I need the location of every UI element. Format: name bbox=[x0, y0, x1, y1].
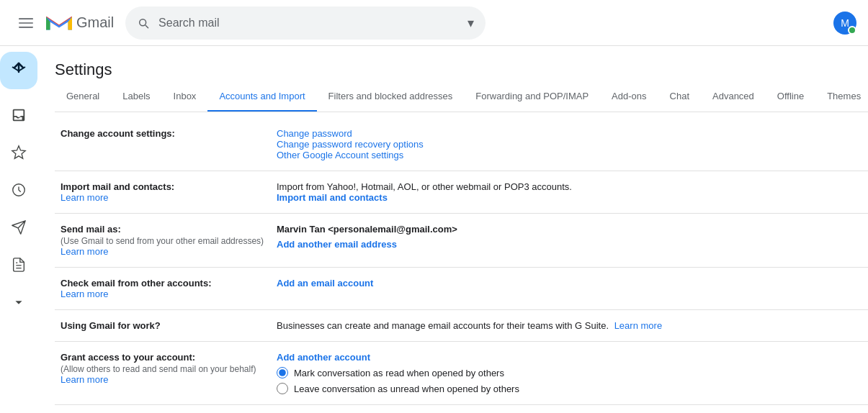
section-label-gmail-work: Using Gmail for work? bbox=[61, 320, 265, 331]
sidebar-icon-drafts[interactable] bbox=[1, 248, 36, 282]
grant-access-learn-more[interactable]: Learn more bbox=[61, 374, 108, 385]
topbar: Gmail ▾ M bbox=[0, 0, 868, 46]
radio-mark-read-label: Mark conversation as read when opened by… bbox=[294, 368, 504, 378]
svg-rect-0 bbox=[19, 18, 33, 19]
gmail-work-learn-more[interactable]: Learn more bbox=[614, 320, 662, 331]
layout: Settings General Labels Inbox Accounts a… bbox=[0, 46, 868, 413]
tab-chat[interactable]: Chat bbox=[658, 82, 701, 112]
tab-inbox[interactable]: Inbox bbox=[162, 82, 208, 112]
import-desc: Import from Yahoo!, Hotmail, AOL, or oth… bbox=[277, 181, 572, 192]
tab-advanced[interactable]: Advanced bbox=[701, 82, 766, 112]
tabs-bar: General Labels Inbox Accounts and Import… bbox=[55, 82, 868, 112]
sidebar bbox=[0, 46, 37, 413]
gmail-work-desc: Businesses can create and manage email a… bbox=[277, 320, 609, 331]
sidebar-icon-sent[interactable] bbox=[1, 210, 36, 245]
add-email-account-link[interactable]: Add an email account bbox=[277, 278, 373, 289]
radio-leave-unread-label: Leave conversation as unread when opened… bbox=[294, 384, 519, 394]
table-row: Send mail as: (Use Gmail to send from yo… bbox=[55, 214, 868, 268]
section-label-grant-access: Grant access to your account: bbox=[61, 352, 265, 363]
svg-rect-2 bbox=[19, 27, 33, 28]
tab-filters[interactable]: Filters and blocked addresses bbox=[317, 82, 465, 112]
tab-labels[interactable]: Labels bbox=[111, 82, 161, 112]
table-row: Change account settings: Change password… bbox=[55, 118, 868, 171]
change-password-link[interactable]: Change password bbox=[277, 128, 352, 139]
search-bar[interactable]: ▾ bbox=[125, 6, 485, 40]
sidebar-icon-more[interactable] bbox=[1, 285, 36, 319]
tab-forwarding[interactable]: Forwarding and POP/IMAP bbox=[464, 82, 600, 112]
compose-button[interactable] bbox=[0, 52, 37, 89]
sidebar-icon-snoozed[interactable] bbox=[1, 173, 36, 207]
add-another-account-link[interactable]: Add another account bbox=[277, 352, 370, 363]
search-input[interactable] bbox=[158, 17, 459, 30]
gmail-logo: Gmail bbox=[46, 13, 114, 33]
page-title: Settings bbox=[55, 46, 868, 79]
radio-read-row: Mark conversation as read when opened by… bbox=[277, 367, 867, 378]
google-account-link[interactable]: Other Google Account settings bbox=[277, 150, 403, 160]
svg-rect-1 bbox=[19, 22, 33, 24]
tab-offline[interactable]: Offline bbox=[766, 82, 815, 112]
sidebar-icon-starred[interactable] bbox=[1, 135, 36, 170]
grant-access-sub: (Allow others to read and send mail on y… bbox=[61, 364, 265, 374]
tab-addons[interactable]: Add-ons bbox=[600, 82, 658, 112]
avatar[interactable]: M bbox=[833, 12, 856, 35]
section-label-check-email: Check email from other accounts: bbox=[61, 278, 265, 289]
check-email-learn-more[interactable]: Learn more bbox=[61, 289, 108, 299]
table-row: Import mail and contacts: Learn more Imp… bbox=[55, 171, 868, 214]
tab-themes[interactable]: Themes bbox=[815, 82, 868, 112]
radio-mark-read[interactable] bbox=[277, 367, 288, 378]
add-email-link[interactable]: Add another email address bbox=[277, 239, 397, 250]
tab-accounts[interactable]: Accounts and Import bbox=[207, 82, 316, 112]
main-content: Settings General Labels Inbox Accounts a… bbox=[37, 46, 868, 413]
send-mail-email: Marvin Tan <personalemail@gmail.com> bbox=[277, 224, 867, 235]
import-learn-more-link[interactable]: Learn more bbox=[61, 192, 108, 203]
search-icon bbox=[137, 16, 150, 30]
tab-general[interactable]: General bbox=[55, 82, 111, 112]
gmail-text: Gmail bbox=[76, 14, 114, 31]
change-recovery-link[interactable]: Change password recovery options bbox=[277, 139, 424, 150]
table-row: Grant access to your account: (Allow oth… bbox=[55, 342, 868, 405]
section-label-change-account: Change account settings: bbox=[61, 128, 175, 139]
settings-table: Change account settings: Change password… bbox=[55, 118, 868, 405]
section-label-import: Import mail and contacts: bbox=[61, 181, 265, 192]
search-dropdown-icon[interactable]: ▾ bbox=[467, 15, 474, 31]
section-label-send-mail: Send mail as: bbox=[61, 224, 265, 235]
send-mail-learn-more[interactable]: Learn more bbox=[61, 246, 108, 257]
avatar-badge bbox=[848, 26, 856, 35]
send-mail-sub: (Use Gmail to send from your other email… bbox=[61, 236, 265, 246]
table-row: Using Gmail for work? Businesses can cre… bbox=[55, 310, 868, 342]
sidebar-icon-inbox[interactable] bbox=[1, 98, 36, 132]
radio-unread-row: Leave conversation as unread when opened… bbox=[277, 383, 867, 394]
radio-leave-unread[interactable] bbox=[277, 383, 288, 394]
menu-icon[interactable] bbox=[12, 9, 40, 37]
import-action-link[interactable]: Import mail and contacts bbox=[277, 192, 388, 203]
table-row: Check email from other accounts: Learn m… bbox=[55, 268, 868, 310]
